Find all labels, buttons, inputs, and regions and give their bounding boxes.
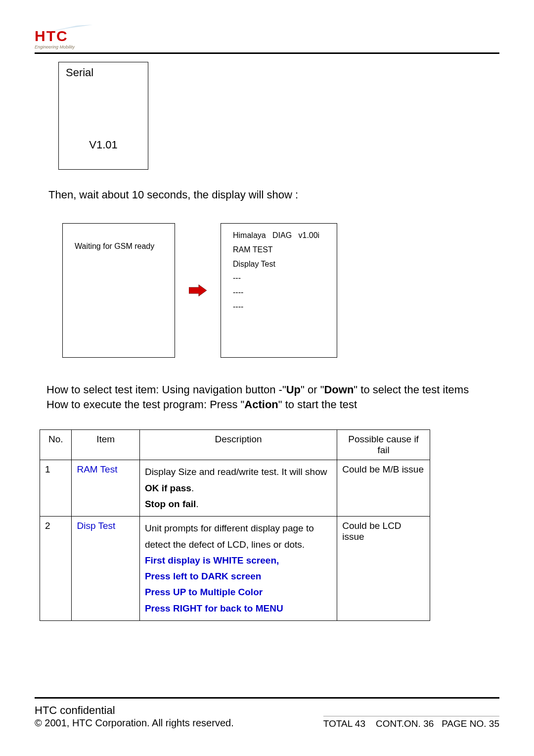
col-header-desc: Description	[139, 430, 337, 460]
instruction-execute: How to execute the test program: Press "…	[46, 397, 499, 412]
cell-no-2: 2	[40, 517, 72, 621]
instr-select-mid: " or "	[301, 383, 324, 396]
footer-page: PAGE NO. 35	[442, 718, 499, 729]
desc2-blue-multi: Press UP to Multiple Color	[145, 584, 332, 600]
instr-down-key: Down	[324, 383, 354, 396]
footer-total: TOTAL 43	[323, 718, 365, 729]
screen-waiting-line1: Waiting for GSM ready	[75, 239, 163, 254]
cell-desc-2: Unit prompts for different display page …	[139, 517, 337, 621]
instruction-select: How to select test item: Using navigatio…	[46, 382, 499, 397]
diag-dash-3: ----	[233, 300, 325, 314]
footer-confidential: HTC confidential	[35, 704, 234, 717]
desc1-post: .	[191, 483, 194, 493]
instr-select-prefix: How to select test item: Using navigatio…	[46, 383, 286, 396]
cell-item-ram-test: RAM Test	[72, 460, 139, 517]
disp-test-link: Disp Test	[77, 520, 115, 531]
logo-tagline: Engineering Mobility	[35, 45, 75, 49]
instr-exec-suffix: " to start the test	[278, 398, 357, 411]
logo-brand-text: HTC	[35, 29, 68, 44]
desc1-stop-post: .	[196, 499, 198, 509]
cell-no-1: 1	[40, 460, 72, 517]
diag-title: Himalaya DIAG v1.00i	[233, 229, 325, 243]
footer-cont: CONT.ON. 36	[376, 718, 434, 729]
instr-select-suffix: " to select the test items	[354, 383, 469, 396]
desc2-text: Unit prompts for different display page …	[145, 523, 314, 549]
screen-waiting: Waiting for GSM ready	[62, 223, 175, 358]
desc2-blue-white: First display is WHITE screen,	[145, 553, 332, 568]
col-header-cause: Possible cause if fail	[337, 430, 430, 460]
col-header-no: No.	[40, 430, 72, 460]
screen-diag-menu: Himalaya DIAG v1.00i RAM TEST Display Te…	[221, 223, 337, 358]
ram-test-link: RAM Test	[77, 464, 117, 474]
serial-title: Serial	[66, 66, 141, 79]
instructions-block: How to select test item: Using navigatio…	[46, 382, 499, 412]
diag-display-test: Display Test	[233, 257, 325, 272]
diag-dash-2: ----	[233, 285, 325, 300]
footer-right: TOTAL 43 CONT.ON. 36 PAGE NO. 35	[323, 716, 499, 729]
desc2-blue-menu: Press RIGHT for back to MENU	[145, 601, 332, 616]
header-divider	[35, 52, 499, 54]
desc2-blue-dark: Press left to DARK screen	[145, 568, 332, 584]
col-header-item: Item	[72, 430, 139, 460]
htc-logo: HTC Engineering Mobility	[35, 25, 94, 49]
table-header-row: No. Item Description Possible cause if f…	[40, 430, 430, 460]
svg-marker-0	[189, 284, 207, 296]
instr-up-key: Up	[286, 383, 301, 396]
footer-divider	[35, 697, 499, 699]
screens-row: Waiting for GSM ready Himalaya DIAG v1.0…	[62, 223, 499, 358]
serial-version: V1.01	[66, 139, 141, 151]
diag-ram-test: RAM TEST	[233, 243, 325, 257]
footer-copyright: © 2001, HTC Corporation. All rights rese…	[35, 717, 234, 729]
test-items-table: No. Item Description Possible cause if f…	[40, 429, 430, 621]
desc1-stop-bold: Stop on fail	[145, 499, 196, 509]
page-footer: HTC confidential © 2001, HTC Corporation…	[35, 697, 499, 730]
cell-desc-1: Display Size and read/write test. It wil…	[139, 460, 337, 517]
cell-cause-1: Could be M/B issue	[337, 460, 430, 517]
diag-dash-1: ---	[233, 271, 325, 285]
cell-cause-2: Could be LCD issue	[337, 517, 430, 621]
footer-left: HTC confidential © 2001, HTC Corporation…	[35, 704, 234, 730]
table-row: 1 RAM Test Display Size and read/write t…	[40, 460, 430, 517]
desc1-pre: Display Size and read/write test. It wil…	[145, 467, 327, 477]
serial-box: Serial V1.01	[58, 62, 148, 170]
wait-instruction-text: Then, wait about 10 seconds, the display…	[48, 189, 499, 201]
arrow-right-icon	[189, 284, 207, 297]
instr-exec-prefix: How to execute the test program: Press "	[46, 398, 244, 411]
table-row: 2 Disp Test Unit prompts for different d…	[40, 517, 430, 621]
instr-action-key: Action	[244, 398, 278, 411]
desc1-ok-bold: OK if pass	[145, 483, 191, 493]
cell-item-disp-test: Disp Test	[72, 517, 139, 621]
